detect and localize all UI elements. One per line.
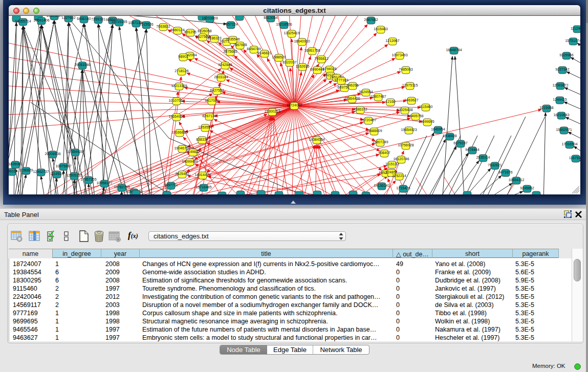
svg-text:8322037: 8322037 [282, 60, 296, 64]
svg-text:19166825: 19166825 [171, 130, 187, 134]
svg-text:9463627: 9463627 [404, 98, 418, 102]
svg-text:1115132: 1115132 [385, 162, 399, 166]
svg-text:1588520: 1588520 [272, 55, 286, 59]
svg-text:1213967: 1213967 [385, 39, 399, 42]
svg-text:8226058: 8226058 [198, 29, 211, 33]
svg-text:9777169: 9777169 [334, 78, 348, 82]
svg-text:8660124: 8660124 [170, 28, 184, 32]
svg-text:16648784: 16648784 [446, 48, 462, 52]
svg-text:12942737: 12942737 [33, 170, 49, 173]
svg-text:15720407: 15720407 [360, 118, 376, 122]
svg-text:7955812: 7955812 [314, 57, 328, 60]
svg-text:14136141: 14136141 [374, 184, 389, 187]
svg-text:16210643: 16210643 [553, 113, 569, 117]
svg-text:12213369: 12213369 [171, 84, 187, 87]
svg-text:16495756: 16495756 [407, 114, 423, 118]
svg-text:20364436: 20364436 [344, 97, 360, 100]
svg-text:15692971: 15692971 [556, 128, 572, 132]
svg-text:9115460: 9115460 [419, 105, 433, 108]
svg-text:17957255: 17957255 [80, 178, 96, 181]
svg-text:14099489: 14099489 [182, 160, 198, 163]
svg-text:7663822: 7663822 [156, 25, 170, 28]
svg-text:1114519: 1114519 [50, 172, 63, 176]
svg-text:1733426: 1733426 [396, 186, 410, 190]
svg-text:6466160: 6466160 [77, 17, 91, 20]
svg-text:2087682: 2087682 [364, 18, 378, 21]
svg-text:2718126: 2718126 [175, 69, 188, 73]
svg-text:1156829: 1156829 [19, 168, 33, 172]
svg-text:9657771: 9657771 [164, 183, 178, 187]
svg-text:838334: 838334 [196, 138, 208, 141]
svg-text:9146821: 9146821 [257, 51, 271, 55]
svg-text:10807487: 10807487 [370, 95, 386, 98]
svg-text:15807249: 15807249 [372, 140, 388, 144]
svg-text:2867608: 2867608 [233, 43, 247, 47]
svg-text:7149822: 7149822 [186, 150, 200, 154]
svg-text:8471676: 8471676 [498, 170, 512, 174]
svg-text:16120746: 16120746 [393, 157, 409, 161]
svg-text:908407: 908407 [378, 151, 390, 155]
svg-text:17359928: 17359928 [67, 150, 83, 154]
svg-text:2935114: 2935114 [476, 156, 490, 159]
svg-text:19654925: 19654925 [168, 115, 184, 118]
svg-text:8267130: 8267130 [202, 114, 216, 118]
svg-text:16782759: 16782759 [114, 185, 129, 189]
svg-text:19654923: 19654923 [401, 128, 417, 132]
svg-text:10975887: 10975887 [55, 164, 71, 168]
svg-text:7269181: 7269181 [91, 17, 105, 21]
svg-text:1167534: 1167534 [569, 156, 580, 160]
svg-text:15300213: 15300213 [264, 110, 280, 113]
svg-text:891295: 891295 [184, 30, 196, 34]
svg-text:7357224: 7357224 [224, 23, 237, 26]
svg-text:29053346: 29053346 [74, 63, 90, 67]
svg-text:7625402: 7625402 [175, 172, 189, 176]
svg-text:9242848: 9242848 [218, 63, 232, 67]
svg-text:12975115: 12975115 [402, 83, 418, 87]
svg-text:7386372: 7386372 [353, 107, 367, 111]
svg-text:10688609: 10688609 [366, 129, 382, 133]
svg-text:939154: 939154 [9, 169, 18, 173]
svg-text:20206536: 20206536 [45, 152, 60, 156]
svg-text:1835061: 1835061 [9, 162, 23, 166]
svg-text:9227342: 9227342 [555, 68, 569, 71]
svg-text:1112406: 1112406 [571, 27, 580, 30]
svg-text:3215958: 3215958 [539, 106, 553, 110]
svg-text:15716485: 15716485 [195, 185, 211, 189]
svg-text:6794028: 6794028 [322, 67, 336, 71]
svg-text:8427552: 8427552 [210, 89, 224, 92]
svg-text:9699695: 9699695 [420, 120, 434, 123]
svg-text:12160: 12160 [385, 100, 396, 103]
svg-text:746266: 746266 [346, 83, 358, 87]
svg-text:10654112: 10654112 [509, 178, 525, 182]
svg-text:7515526: 7515526 [139, 23, 153, 26]
svg-text:2035546: 2035546 [226, 37, 239, 41]
svg-text:10025438: 10025438 [397, 108, 412, 112]
svg-text:13325419: 13325419 [284, 31, 299, 35]
svg-text:19384554: 19384554 [309, 138, 324, 141]
svg-text:10973493: 10973493 [391, 53, 407, 57]
svg-text:10756928: 10756928 [398, 143, 413, 147]
svg-text:17016504: 17016504 [561, 142, 577, 146]
svg-text:14914479: 14914479 [194, 173, 210, 177]
svg-text:10107554: 10107554 [168, 99, 184, 102]
svg-text:12505135: 12505135 [66, 173, 82, 177]
svg-text:16033809: 16033809 [202, 16, 217, 20]
svg-text:1640954: 1640954 [431, 127, 445, 131]
svg-text:12093872: 12093872 [552, 83, 568, 87]
svg-text:7485063: 7485063 [399, 68, 412, 71]
svg-text:8454749: 8454749 [247, 47, 260, 51]
svg-text:1244415: 1244415 [553, 98, 567, 101]
svg-text:9417006: 9417006 [205, 99, 219, 102]
svg-text:19218506: 19218506 [276, 23, 292, 26]
svg-text:1162615: 1162615 [296, 64, 310, 68]
svg-text:3875685: 3875685 [223, 50, 237, 53]
svg-text:16961758: 16961758 [304, 49, 320, 52]
svg-text:18640910: 18640910 [294, 39, 310, 43]
svg-text:2803144: 2803144 [214, 75, 228, 79]
svg-text:18724007: 18724007 [286, 103, 302, 107]
svg-text:14055714: 14055714 [15, 19, 31, 23]
svg-text:10653287: 10653287 [46, 16, 62, 17]
svg-text:3624554: 3624554 [359, 90, 373, 94]
svg-text:8938928: 8938928 [443, 134, 456, 138]
svg-text:10719155: 10719155 [111, 20, 127, 24]
